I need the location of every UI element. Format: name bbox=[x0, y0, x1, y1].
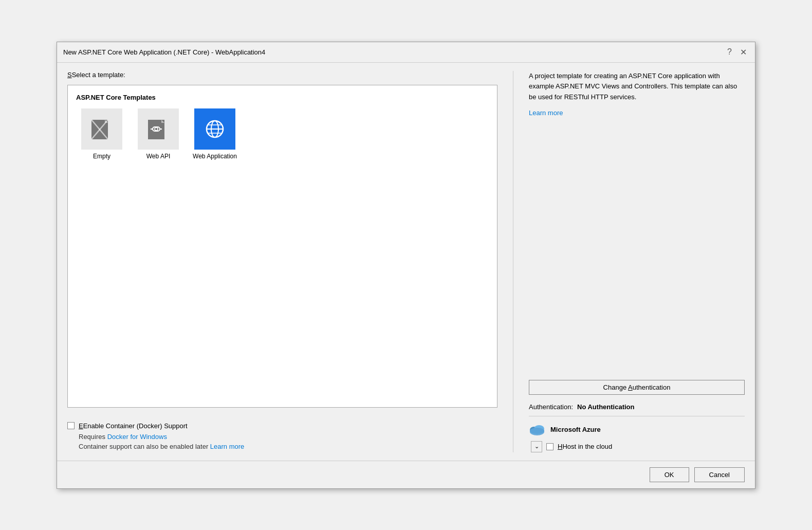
close-icon[interactable]: ✕ bbox=[738, 47, 749, 57]
azure-section: Microsoft Azure ⌄ HHost in the cloud bbox=[529, 424, 745, 452]
empty-template-icon bbox=[89, 117, 114, 141]
auth-value: No Authentication bbox=[577, 403, 634, 411]
host-cloud-checkbox[interactable] bbox=[546, 443, 553, 450]
select-template-label: SSelect a template: bbox=[67, 71, 497, 79]
docker-section: EEnable Container (Docker) Support Requi… bbox=[67, 416, 497, 452]
cancel-button[interactable]: Cancel bbox=[694, 467, 745, 482]
host-cloud-label: HHost in the cloud bbox=[558, 443, 612, 450]
docker-for-windows-link[interactable]: Docker for Windows bbox=[107, 433, 167, 441]
docker-requires-row: Requires Docker for Windows bbox=[79, 433, 497, 441]
azure-icon bbox=[529, 424, 545, 436]
template-icon-box-webapp bbox=[194, 108, 235, 150]
azure-label: Microsoft Azure bbox=[550, 426, 601, 433]
template-item-webapp[interactable]: Web Application bbox=[189, 108, 241, 160]
docker-info-row: Container support can also be enabled la… bbox=[79, 443, 497, 450]
svg-point-20 bbox=[530, 428, 544, 434]
auth-label: Authentication: bbox=[529, 403, 573, 411]
chevron-down-button[interactable]: ⌄ bbox=[531, 441, 542, 452]
dialog-footer: OK Cancel bbox=[57, 461, 755, 488]
template-label-webapi: Web API bbox=[146, 153, 170, 160]
vertical-divider bbox=[513, 71, 513, 452]
title-bar-controls: ? ✕ bbox=[725, 47, 749, 57]
dialog-title: New ASP.NET Core Web Application (.NET C… bbox=[63, 48, 265, 56]
template-icon-box-webapi bbox=[138, 108, 179, 150]
webapi-template-icon bbox=[146, 117, 171, 141]
template-label-empty: Empty bbox=[93, 153, 110, 160]
auth-row: Authentication: No Authentication bbox=[529, 403, 745, 416]
right-panel: A project template for creating an ASP.N… bbox=[529, 71, 745, 452]
template-icon-box-empty bbox=[81, 108, 122, 150]
azure-header: Microsoft Azure bbox=[529, 424, 745, 436]
ok-button[interactable]: OK bbox=[650, 467, 689, 482]
template-item-webapi[interactable]: Web API bbox=[133, 108, 184, 160]
change-authentication-button[interactable]: Change Authentication bbox=[529, 380, 745, 395]
template-item-empty[interactable]: Empty bbox=[76, 108, 127, 160]
docker-checkbox[interactable] bbox=[67, 422, 75, 429]
dialog-content: SSelect a template: ASP.NET Core Templat… bbox=[57, 63, 755, 461]
docker-label: EEnable Container (Docker) Support bbox=[79, 422, 188, 430]
template-box: ASP.NET Core Templates bbox=[67, 85, 497, 408]
right-spacer bbox=[529, 127, 745, 380]
title-bar: New ASP.NET Core Web Application (.NET C… bbox=[57, 42, 755, 63]
template-label-webapp: Web Application bbox=[193, 153, 237, 160]
docker-learn-more-link[interactable]: Learn more bbox=[210, 443, 244, 450]
webapp-template-icon bbox=[202, 117, 227, 141]
description-text: A project template for creating an ASP.N… bbox=[529, 71, 745, 103]
learn-more-link[interactable]: Learn more bbox=[529, 109, 745, 117]
left-panel: SSelect a template: ASP.NET Core Templat… bbox=[67, 71, 497, 452]
new-project-dialog: New ASP.NET Core Web Application (.NET C… bbox=[57, 42, 755, 489]
templates-grid: Empty bbox=[76, 108, 489, 160]
docker-row: EEnable Container (Docker) Support bbox=[67, 422, 497, 430]
host-cloud-row: ⌄ HHost in the cloud bbox=[531, 441, 745, 452]
template-section-label: ASP.NET Core Templates bbox=[76, 94, 489, 101]
help-icon[interactable]: ? bbox=[725, 47, 734, 57]
